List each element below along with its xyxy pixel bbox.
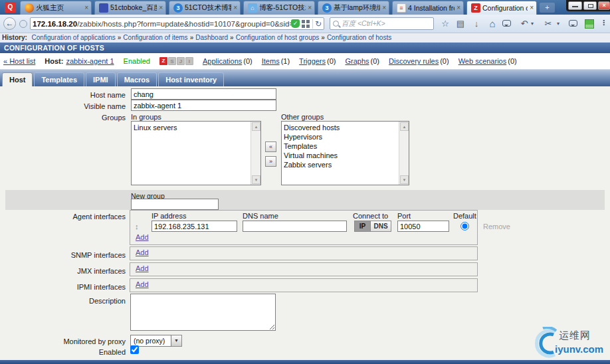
discovery-rules-link[interactable]: Discovery rules xyxy=(389,57,439,65)
ipmi-interfaces-table xyxy=(130,278,478,292)
close-tab-icon[interactable]: × xyxy=(159,5,163,11)
triggers-link[interactable]: Triggers xyxy=(299,57,326,65)
other-groups-listbox[interactable]: Discovered hosts Hypervisors Templates V… xyxy=(281,121,409,185)
shield-icon[interactable]: ✓ xyxy=(291,19,300,28)
column-header-connect: Connect to xyxy=(353,212,388,220)
connect-dns-button[interactable]: DNS xyxy=(371,221,391,232)
enabled-label: Enabled xyxy=(0,348,126,356)
history-link[interactable]: Configuration of applications xyxy=(32,34,116,41)
qr-code-icon[interactable] xyxy=(302,20,310,28)
host-list-link[interactable]: « Host list xyxy=(3,57,35,65)
home-icon[interactable]: ⌂ xyxy=(486,18,498,30)
chat-icon[interactable] xyxy=(502,20,511,27)
title-bar: Q 火狐主页 × 51ctoboke_百度... × 3 51CTO技术博客-.… xyxy=(0,0,610,15)
list-item[interactable]: Linux servers xyxy=(132,123,260,132)
in-groups-label: In groups xyxy=(131,113,161,121)
tab-host[interactable]: Host xyxy=(2,72,33,86)
agent-add-link[interactable]: Add xyxy=(136,233,149,241)
minimize-button[interactable] xyxy=(568,1,582,10)
browser-tab-2[interactable]: 3 51CTO技术博客-... × xyxy=(169,1,241,15)
snmp-add-link[interactable]: Add xyxy=(136,248,149,256)
scroll-up-icon[interactable]: ▲ xyxy=(252,122,260,131)
scrollbar[interactable]: ▲ ▼ xyxy=(251,122,260,185)
applications-link[interactable]: Applications xyxy=(203,57,242,65)
agent-dns-input[interactable] xyxy=(243,221,347,232)
menu-icon[interactable]: ⋮ xyxy=(600,19,607,27)
graphs-link[interactable]: Graphs xyxy=(345,57,369,65)
host-name-link[interactable]: zabbix-agent 1 xyxy=(66,57,114,65)
list-item[interactable]: Zabbix servers xyxy=(282,160,409,169)
browser-tab-label: 4 Installation fro... xyxy=(408,4,455,12)
history-link[interactable]: Configuration of hosts xyxy=(327,34,391,41)
drag-handle-icon[interactable]: ↕ xyxy=(135,223,139,230)
browser-tab-4[interactable]: 3 基于lamp环境编... × xyxy=(318,1,389,15)
pinned-tab-icon[interactable]: Q xyxy=(5,2,16,13)
agent-port-input[interactable] xyxy=(397,221,449,232)
browser-tab-5[interactable]: ≡ 4 Installation fro... × xyxy=(392,1,464,15)
site-identity-icon[interactable] xyxy=(19,20,27,28)
jmx-interfaces-label: JMX interfaces xyxy=(0,267,126,275)
url-bar[interactable]: 172.16.18.20 /zabbix/hosts.php?form=upda… xyxy=(30,17,324,30)
bookmark-star-icon[interactable]: ☆ xyxy=(439,18,451,30)
scroll-down-icon[interactable]: ▼ xyxy=(400,175,409,184)
availability-icons: Z S J I xyxy=(159,57,193,65)
close-tab-icon[interactable]: × xyxy=(457,5,460,11)
browser-tab-0[interactable]: 火狐主页 × xyxy=(20,1,92,15)
visible-name-input[interactable] xyxy=(131,100,276,111)
clipboard-icon[interactable]: ▤ xyxy=(455,18,466,30)
list-item[interactable]: Virtual machines xyxy=(282,151,409,160)
tab-templates[interactable]: Templates xyxy=(34,72,84,86)
green-grid-icon[interactable] xyxy=(585,19,594,29)
move-right-button[interactable]: » xyxy=(265,156,276,167)
scroll-down-icon[interactable]: ▼ xyxy=(252,175,260,184)
jmx-add-link[interactable]: Add xyxy=(136,264,149,272)
scroll-up-icon[interactable]: ▲ xyxy=(400,122,409,131)
chevron-down-icon[interactable]: ▼ xyxy=(171,335,182,347)
reload-icon[interactable]: ↻ xyxy=(312,19,322,29)
undo-dropdown-icon[interactable]: ▾ xyxy=(531,21,536,27)
close-tab-icon[interactable]: × xyxy=(233,5,237,11)
browser-tab-1[interactable]: 51ctoboke_百度... × xyxy=(94,1,166,15)
items-link[interactable]: Items xyxy=(262,57,280,65)
close-window-button[interactable]: × xyxy=(598,1,610,10)
agent-ip-input[interactable] xyxy=(152,221,237,232)
close-tab-icon[interactable]: × xyxy=(84,5,88,11)
list-item[interactable]: Templates xyxy=(282,141,409,151)
in-groups-listbox[interactable]: Linux servers ▲ ▼ xyxy=(131,121,261,185)
description-textarea[interactable] xyxy=(130,294,276,331)
tab-host-inventory[interactable]: Host inventory xyxy=(158,72,224,86)
zabbix-icon: Z xyxy=(471,3,480,13)
history-link[interactable]: Configuration of host groups xyxy=(236,34,320,41)
undo-icon[interactable]: ↶ xyxy=(518,18,530,30)
move-left-button[interactable]: « xyxy=(265,141,276,152)
downloads-icon[interactable]: ↓ xyxy=(470,18,482,30)
new-group-input[interactable] xyxy=(131,199,219,210)
close-tab-icon[interactable]: × xyxy=(308,5,312,11)
default-interface-radio[interactable] xyxy=(460,222,469,230)
restore-button[interactable] xyxy=(583,1,597,10)
search-input[interactable]: 百度 <Ctrl+K> xyxy=(330,17,434,30)
host-name-input[interactable] xyxy=(131,88,276,100)
tab-ipmi[interactable]: IPMI xyxy=(86,72,116,86)
screenshot-icon[interactable]: ✂ xyxy=(542,18,554,30)
column-header-default: Default xyxy=(453,212,476,220)
history-link[interactable]: Dashboard xyxy=(195,34,228,41)
browser-tab-active[interactable]: Z Configuration of... × xyxy=(466,1,537,15)
history-link[interactable]: Configuration of items xyxy=(123,34,187,41)
list-item[interactable]: Hypervisors xyxy=(282,132,409,141)
new-tab-button[interactable]: + xyxy=(540,3,555,13)
list-item[interactable]: Discovered hosts xyxy=(282,123,409,132)
tab-macros[interactable]: Macros xyxy=(117,72,157,86)
ipmi-add-link[interactable]: Add xyxy=(136,280,149,288)
connect-ip-button[interactable]: IP xyxy=(354,221,371,232)
back-button[interactable]: ← xyxy=(3,17,16,30)
close-tab-icon[interactable]: × xyxy=(382,5,386,11)
screenshot-dropdown-icon[interactable]: ▾ xyxy=(557,21,562,27)
browser-tab-3[interactable]: ⌂ 博客-51CTO技术... × xyxy=(243,1,315,15)
enabled-checkbox[interactable] xyxy=(130,345,139,354)
feedback-icon[interactable] xyxy=(569,20,577,27)
scrollbar[interactable]: ▲ ▼ xyxy=(399,122,409,185)
web-scenarios-link[interactable]: Web scenarios xyxy=(458,57,507,65)
blue-circle-icon: 3 xyxy=(173,3,183,13)
close-tab-icon[interactable]: × xyxy=(530,5,534,11)
